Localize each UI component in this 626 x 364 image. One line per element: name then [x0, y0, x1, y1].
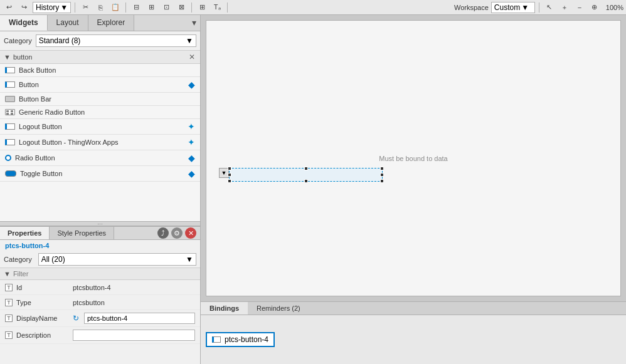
list-item[interactable]: Radio Button ◆	[0, 150, 200, 166]
list-item[interactable]: Button Bar	[0, 93, 200, 106]
workspace-value: Custom	[494, 3, 520, 12]
zoom-fit-button[interactable]: ⊕	[588, 1, 601, 14]
minus-button[interactable]: −	[573, 1, 586, 14]
tab-reminders[interactable]: Reminders (2)	[248, 302, 309, 315]
tab-explorer[interactable]: Explorer	[88, 15, 135, 31]
main-content: Widgets Layout Explorer ▾ Category Stand…	[0, 15, 626, 364]
logout-button-icon	[5, 123, 15, 130]
panel-divider[interactable]: ···	[0, 221, 200, 226]
prop-value-displayname-input[interactable]	[84, 313, 195, 324]
refresh-icon[interactable]: ↻	[73, 314, 82, 323]
workspace-chevron-icon: ▼	[521, 3, 529, 12]
copy-button[interactable]: ⎘	[94, 1, 107, 14]
handle-tr[interactable]	[380, 167, 384, 170]
filter-clear-button[interactable]: ✕	[188, 53, 196, 61]
binding-chip-icon	[212, 336, 221, 343]
list-item[interactable]: Generic Radio Button	[0, 106, 200, 119]
grid-button[interactable]: ⊞	[196, 1, 208, 14]
tab-properties[interactable]: Properties	[0, 227, 50, 239]
workspace-dropdown[interactable]: Custom ▼	[491, 2, 535, 13]
redo-button[interactable]: ↪	[18, 1, 30, 14]
prop-name-type: Type	[16, 299, 73, 306]
list-item[interactable]: Button ◆	[0, 77, 200, 93]
prop-tab-bar: Properties Style Properties ⤴ ⚙ ✕	[0, 227, 200, 240]
prop-name-description: Description	[16, 331, 73, 339]
tab-widgets[interactable]: Widgets	[0, 15, 48, 31]
tab-style-properties[interactable]: Style Properties	[50, 227, 114, 239]
handle-tm[interactable]	[304, 167, 308, 170]
pointer-button[interactable]: ↖	[543, 1, 556, 14]
widget-name: Back Button	[19, 66, 195, 74]
prop-type-text-icon: T	[5, 284, 13, 291]
align-right-button[interactable]: ⊡	[160, 1, 172, 14]
widget-category-row: Category Standard (8) ▼	[0, 31, 200, 51]
prop-category-select[interactable]: All (20) ▼	[38, 253, 196, 266]
bindings-content: ptcs-button-4	[201, 315, 626, 364]
handle-bm[interactable]	[304, 179, 308, 183]
share-button[interactable]: ⤴	[157, 227, 169, 239]
tab-bindings[interactable]: Bindings	[201, 302, 248, 315]
handle-mr[interactable]	[380, 173, 384, 177]
button-icon	[5, 81, 15, 88]
type-button[interactable]: Tₐ	[211, 1, 223, 14]
category-chevron-icon: ▼	[186, 36, 193, 45]
widget-filter-row: ▼ ✕	[0, 51, 200, 64]
undo-button[interactable]: ↩	[3, 1, 15, 14]
widget-name: Logout Button - ThingWorx Apps	[19, 138, 184, 146]
prop-filter-row: ▼	[0, 268, 200, 280]
bindings-panel: Bindings Reminders (2) ptcs-button-4	[201, 301, 626, 364]
bindings-tab-bar: Bindings Reminders (2)	[201, 302, 626, 315]
properties-panel: Properties Style Properties ⤴ ⚙ ✕ ptcs-b…	[0, 226, 200, 364]
widget-name: Generic Radio Button	[19, 108, 195, 116]
history-label: History	[36, 3, 59, 12]
binding-chip[interactable]: ptcs-button-4	[206, 332, 275, 347]
separator-2	[125, 3, 126, 13]
category-select[interactable]: Standard (8) ▼	[36, 34, 196, 47]
canvas-container[interactable]: Must be bound to data ▼	[206, 20, 621, 296]
cut-button[interactable]: ✂	[79, 1, 92, 14]
button-badge: ◆	[188, 80, 195, 90]
prop-filter-input[interactable]	[13, 270, 196, 278]
canvas-message: Must be bound to data	[379, 155, 447, 162]
handle-tl[interactable]	[228, 167, 231, 170]
prop-name-displayname: DisplayName	[16, 315, 73, 322]
distribute-button[interactable]: ⊠	[175, 1, 188, 14]
filter-icon: ▼	[4, 53, 11, 61]
widget-id: ptcs-button-4	[0, 240, 200, 251]
settings-button[interactable]: ⚙	[171, 227, 183, 239]
widget-name: Button	[19, 81, 184, 88]
paste-button[interactable]: 📋	[109, 1, 122, 14]
list-item[interactable]: Logout Button - ThingWorx Apps ✦	[0, 135, 200, 150]
logout-badge: ✦	[188, 122, 195, 132]
back-button-icon	[5, 67, 15, 73]
separator-3	[191, 3, 192, 13]
handle-br[interactable]	[380, 179, 384, 183]
prop-row-description: T Description	[0, 327, 200, 344]
close-button[interactable]: ✕	[185, 227, 196, 239]
canvas-button-widget[interactable]	[229, 168, 383, 182]
handle-ml[interactable]	[228, 173, 231, 177]
history-dropdown[interactable]: History ▼	[33, 2, 71, 13]
handle-bl[interactable]	[228, 179, 231, 183]
widget-name: Logout Button	[19, 123, 184, 130]
panel-expand-icon[interactable]: ▾	[188, 15, 200, 31]
prop-row-type: T Type ptcsbutton	[0, 295, 200, 310]
separator-5	[539, 3, 539, 13]
tab-layout[interactable]: Layout	[48, 15, 88, 31]
list-item[interactable]: Back Button	[0, 64, 200, 77]
main-toolbar: ↩ ↪ History ▼ ✂ ⎘ 📋 ⊟ ⊞ ⊡ ⊠ ⊞ Tₐ Workspa…	[0, 0, 626, 15]
widget-filter-input[interactable]	[13, 53, 185, 61]
prop-value-description-input[interactable]	[73, 330, 195, 341]
align-left-button[interactable]: ⊟	[130, 1, 142, 14]
toggle-button-icon	[5, 170, 16, 177]
widget-name: Toggle Button	[20, 170, 184, 177]
list-item[interactable]: Logout Button ✦	[0, 119, 200, 135]
align-center-button[interactable]: ⊞	[145, 1, 157, 14]
widget-name: Button Bar	[19, 95, 195, 103]
add-plus-button[interactable]: +	[558, 1, 571, 14]
list-item[interactable]: Toggle Button ◆	[0, 166, 200, 182]
prop-value-id: ptcsbutton-4	[73, 284, 195, 291]
prop-category-chevron-icon: ▼	[186, 255, 193, 264]
prop-category-row: Category All (20) ▼	[0, 251, 200, 268]
canvas-area: Must be bound to data ▼	[201, 15, 626, 364]
